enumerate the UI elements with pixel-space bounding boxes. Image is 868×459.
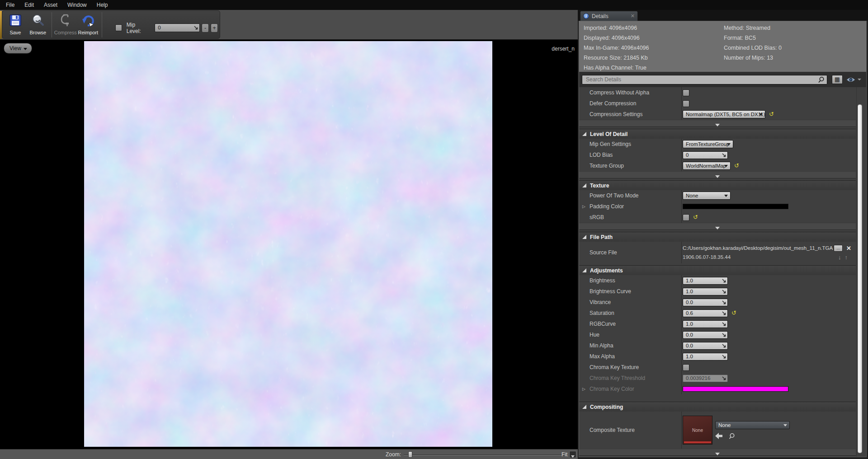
browse-file-button[interactable]: ... xyxy=(834,245,843,252)
row-min-alpha-input[interactable]: 0.0 xyxy=(683,342,728,350)
row-padding-color-label: Padding Color xyxy=(590,203,624,210)
adjustments-section-title: Adjustments xyxy=(590,267,623,274)
row-srgb-checkbox[interactable] xyxy=(683,214,689,221)
menu-item-help[interactable]: Help xyxy=(92,0,113,9)
mip-level-checkbox[interactable] xyxy=(115,24,122,31)
row-saturation-label-zone: Saturation xyxy=(579,308,682,318)
texture-section-header[interactable]: Texture xyxy=(579,180,856,190)
close-icon[interactable]: ✕ xyxy=(631,13,635,19)
refresh-arrows-icon[interactable]: ↓↑ xyxy=(838,254,851,261)
row-saturation-reset-button[interactable]: ↺ xyxy=(731,310,736,316)
texture-info-line: Method: Streamed xyxy=(724,23,782,33)
section-expander[interactable] xyxy=(579,171,856,178)
save-button-label: Save xyxy=(9,30,21,35)
level-of-detail-section-title: Level Of Detail xyxy=(590,131,627,137)
row-lod-bias-input[interactable]: 0 xyxy=(683,151,728,159)
zoom-slider-handle[interactable] xyxy=(408,451,412,458)
menu-item-edit[interactable]: Edit xyxy=(19,0,39,9)
row-saturation-input[interactable]: 0.6 xyxy=(683,309,728,317)
menu-item-file[interactable]: File xyxy=(0,0,19,9)
row-hue-input[interactable]: 0.0 xyxy=(683,331,728,339)
reimport-button[interactable]: Reimport xyxy=(77,12,99,37)
value-drag-icon xyxy=(722,322,726,326)
level-of-detail-section-header[interactable]: Level Of Detail xyxy=(579,129,856,139)
value-drag-icon xyxy=(722,333,726,337)
row-vibrance-input[interactable]: 0.0 xyxy=(683,299,728,306)
menu-item-window[interactable]: Window xyxy=(62,0,92,9)
search-details-input[interactable] xyxy=(582,75,827,84)
mip-level-decrement-button[interactable]: - xyxy=(202,23,209,33)
adjustments-section-header[interactable]: Adjustments xyxy=(579,265,856,275)
row-min-alpha-value: 0.0 xyxy=(686,343,693,348)
row-mip-gen-settings-control-zone: FromTextureGroup xyxy=(682,139,856,150)
row-texture-group-dropdown[interactable]: WorldNormalMap xyxy=(683,162,731,170)
expand-arrow-icon[interactable]: ▷ xyxy=(582,387,585,391)
file-path-section-header[interactable]: File Path xyxy=(579,232,856,242)
row-brightness-curve-value: 1.0 xyxy=(686,289,693,294)
mip-level-group: Mip Level:0-+ xyxy=(115,22,218,34)
section-expander[interactable] xyxy=(579,120,856,127)
browse-to-asset-icon[interactable] xyxy=(728,433,735,440)
section-expander[interactable] xyxy=(579,449,856,456)
composite-texture-thumbnail[interactable]: None xyxy=(683,416,712,445)
row-power-of-two-mode-dropdown[interactable]: None xyxy=(683,192,731,200)
save-button[interactable]: Save xyxy=(4,12,27,37)
row-min-alpha-label-zone: Min Alpha xyxy=(579,340,682,351)
section-collapse-icon xyxy=(582,183,586,187)
row-defer-compression-checkbox[interactable] xyxy=(683,100,689,107)
section-expander[interactable] xyxy=(579,223,856,230)
view-dropdown-button[interactable]: View xyxy=(4,43,32,54)
details-tab-bar: i Details ✕ xyxy=(578,10,868,21)
value-drag-icon xyxy=(722,344,726,348)
zoom-slider-track[interactable] xyxy=(404,454,562,455)
clear-file-icon[interactable]: ✕ xyxy=(846,245,851,252)
row-power-of-two-mode-label-zone: Power Of Two Mode xyxy=(579,190,682,201)
row-hue-control-zone: 0.0 xyxy=(682,329,856,340)
row-rgbcurve-input[interactable]: 1.0 xyxy=(683,320,728,328)
display-filter-grid-icon[interactable]: ▦ xyxy=(832,75,843,84)
use-selected-asset-icon[interactable] xyxy=(715,433,723,439)
row-srgb-reset-button[interactable]: ↺ xyxy=(693,215,698,220)
row-max-alpha-input[interactable]: 1.0 xyxy=(683,353,728,361)
scrollbar-thumb[interactable] xyxy=(858,104,862,453)
toolbar-box: SaveBrowseCompressReimportMip Level:0-+ xyxy=(2,10,220,39)
row-compress-without-alpha-checkbox[interactable] xyxy=(683,89,689,96)
details-body: Imported: 4096x4096Displayed: 4096x4096M… xyxy=(579,21,867,457)
row-max-alpha-label: Max Alpha xyxy=(590,353,615,360)
composite-texture-dropdown[interactable]: None xyxy=(715,421,790,429)
view-options-button[interactable] xyxy=(846,77,861,83)
row-compression-settings-dropdown[interactable]: Normalmap (DXT5, BC5 on DX11) xyxy=(683,110,765,118)
save-icon xyxy=(9,14,22,29)
row-compression-settings-label-zone: Compression Settings xyxy=(579,109,682,120)
browse-button[interactable]: Browse xyxy=(27,12,49,37)
expander-arrow-icon xyxy=(715,175,720,178)
expand-arrow-icon[interactable]: ▷ xyxy=(582,204,585,209)
mip-level-input[interactable]: 0 xyxy=(155,23,200,32)
normal-map-texture[interactable] xyxy=(84,41,492,447)
row-brightness-curve-input[interactable]: 1.0 xyxy=(683,288,728,295)
row-padding-color-color-swatch[interactable] xyxy=(683,204,788,209)
row-brightness-input[interactable]: 1.0 xyxy=(683,277,728,285)
mip-level-increment-button[interactable]: + xyxy=(211,23,218,33)
value-drag-icon xyxy=(722,376,726,380)
texture-editor-window: FileEditAssetWindowHelp SaveBrowseCompre… xyxy=(0,0,868,459)
row-brightness-curve: Brightness Curve1.0 xyxy=(579,286,856,297)
row-chroma-key-texture: Chroma Key Texture xyxy=(579,362,856,373)
row-compression-settings-reset-button[interactable]: ↺ xyxy=(769,112,774,117)
texture-info-left-column: Imported: 4096x4096Displayed: 4096x4096M… xyxy=(584,23,649,73)
compositing-section-header[interactable]: Compositing xyxy=(579,402,856,412)
row-mip-gen-settings-dropdown[interactable]: FromTextureGroup xyxy=(683,140,733,148)
row-brightness-value: 1.0 xyxy=(686,278,693,283)
composite-thumbnail-label: None xyxy=(683,428,712,433)
row-chroma-key-texture-checkbox[interactable] xyxy=(683,364,689,371)
fit-dropdown-button[interactable] xyxy=(569,451,576,458)
value-drag-icon xyxy=(722,355,726,359)
row-texture-group-reset-button[interactable]: ↺ xyxy=(734,163,739,169)
texture-viewport[interactable]: View dersert_n xyxy=(0,40,578,449)
menu-item-asset[interactable]: Asset xyxy=(39,0,62,9)
details-tab[interactable]: i Details ✕ xyxy=(580,11,638,21)
row-rgbcurve-label: RGBCurve xyxy=(590,321,616,327)
row-chroma-key-threshold-label-zone: Chroma Key Threshold xyxy=(579,373,682,384)
chevron-down-icon xyxy=(571,455,575,458)
expander-arrow-icon xyxy=(715,227,720,230)
